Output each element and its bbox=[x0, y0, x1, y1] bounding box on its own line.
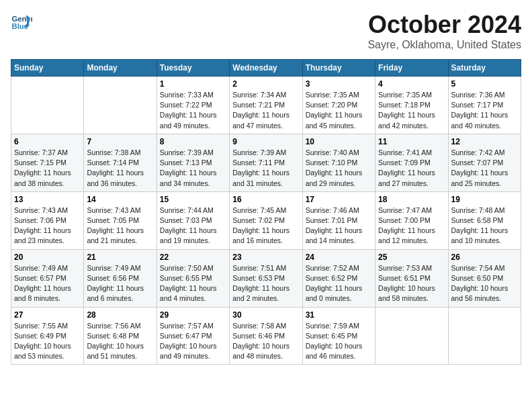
week-row-3: 13Sunrise: 7:43 AM Sunset: 7:06 PM Dayli… bbox=[11, 191, 521, 249]
day-number: 20 bbox=[14, 253, 81, 262]
weekday-header-monday: Monday bbox=[84, 60, 157, 77]
calendar-cell: 29Sunrise: 7:57 AM Sunset: 6:47 PM Dayli… bbox=[157, 307, 229, 365]
day-info: Sunrise: 7:33 AM Sunset: 7:22 PM Dayligh… bbox=[160, 90, 226, 131]
calendar-cell: 19Sunrise: 7:48 AM Sunset: 6:58 PM Dayli… bbox=[448, 191, 521, 249]
day-info: Sunrise: 7:45 AM Sunset: 7:02 PM Dayligh… bbox=[232, 205, 299, 246]
calendar-cell bbox=[84, 77, 157, 134]
day-info: Sunrise: 7:48 AM Sunset: 6:58 PM Dayligh… bbox=[451, 205, 518, 246]
day-info: Sunrise: 7:49 AM Sunset: 6:56 PM Dayligh… bbox=[87, 263, 153, 304]
day-info: Sunrise: 7:50 AM Sunset: 6:55 PM Dayligh… bbox=[160, 263, 226, 304]
day-info: Sunrise: 7:47 AM Sunset: 7:00 PM Dayligh… bbox=[378, 205, 445, 246]
calendar-cell: 17Sunrise: 7:46 AM Sunset: 7:01 PM Dayli… bbox=[302, 191, 375, 249]
day-number: 3 bbox=[306, 79, 372, 89]
calendar-cell: 22Sunrise: 7:50 AM Sunset: 6:55 PM Dayli… bbox=[157, 249, 229, 307]
day-info: Sunrise: 7:44 AM Sunset: 7:03 PM Dayligh… bbox=[160, 205, 226, 246]
day-info: Sunrise: 7:52 AM Sunset: 6:52 PM Dayligh… bbox=[306, 263, 372, 304]
calendar-cell: 21Sunrise: 7:49 AM Sunset: 6:56 PM Dayli… bbox=[84, 249, 157, 307]
calendar-cell: 11Sunrise: 7:41 AM Sunset: 7:09 PM Dayli… bbox=[375, 134, 448, 191]
day-number: 19 bbox=[451, 195, 518, 204]
calendar-cell: 14Sunrise: 7:43 AM Sunset: 7:05 PM Dayli… bbox=[84, 191, 157, 249]
day-info: Sunrise: 7:35 AM Sunset: 7:18 PM Dayligh… bbox=[378, 90, 445, 131]
day-number: 28 bbox=[87, 310, 153, 320]
calendar-cell bbox=[448, 307, 521, 365]
logo: General Blue bbox=[11, 11, 32, 32]
calendar-cell: 5Sunrise: 7:36 AM Sunset: 7:17 PM Daylig… bbox=[448, 77, 521, 134]
day-info: Sunrise: 7:39 AM Sunset: 7:11 PM Dayligh… bbox=[232, 148, 299, 189]
week-row-1: 1Sunrise: 7:33 AM Sunset: 7:22 PM Daylig… bbox=[11, 77, 521, 134]
day-info: Sunrise: 7:39 AM Sunset: 7:13 PM Dayligh… bbox=[160, 148, 226, 189]
logo-icon: General Blue bbox=[11, 11, 32, 32]
day-info: Sunrise: 7:42 AM Sunset: 7:07 PM Dayligh… bbox=[451, 148, 518, 189]
day-number: 1 bbox=[160, 79, 226, 89]
calendar-cell: 31Sunrise: 7:59 AM Sunset: 6:45 PM Dayli… bbox=[302, 307, 375, 365]
calendar-cell: 1Sunrise: 7:33 AM Sunset: 7:22 PM Daylig… bbox=[157, 77, 229, 134]
day-number: 22 bbox=[160, 253, 226, 262]
calendar-cell: 12Sunrise: 7:42 AM Sunset: 7:07 PM Dayli… bbox=[448, 134, 521, 191]
day-info: Sunrise: 7:35 AM Sunset: 7:20 PM Dayligh… bbox=[306, 90, 372, 131]
day-info: Sunrise: 7:59 AM Sunset: 6:45 PM Dayligh… bbox=[306, 321, 372, 362]
day-number: 29 bbox=[160, 310, 226, 320]
calendar-cell: 24Sunrise: 7:52 AM Sunset: 6:52 PM Dayli… bbox=[302, 249, 375, 307]
calendar-cell: 6Sunrise: 7:37 AM Sunset: 7:15 PM Daylig… bbox=[11, 134, 84, 191]
day-number: 25 bbox=[378, 253, 445, 262]
calendar-cell: 3Sunrise: 7:35 AM Sunset: 7:20 PM Daylig… bbox=[302, 77, 375, 134]
calendar-cell: 20Sunrise: 7:49 AM Sunset: 6:57 PM Dayli… bbox=[11, 249, 84, 307]
day-info: Sunrise: 7:56 AM Sunset: 6:48 PM Dayligh… bbox=[87, 321, 153, 362]
day-info: Sunrise: 7:54 AM Sunset: 6:50 PM Dayligh… bbox=[451, 263, 518, 304]
day-number: 8 bbox=[160, 137, 226, 146]
calendar-table: SundayMondayTuesdayWednesdayThursdayFrid… bbox=[11, 59, 521, 365]
day-number: 4 bbox=[378, 79, 445, 89]
calendar-cell: 16Sunrise: 7:45 AM Sunset: 7:02 PM Dayli… bbox=[230, 191, 302, 249]
week-row-4: 20Sunrise: 7:49 AM Sunset: 6:57 PM Dayli… bbox=[11, 249, 521, 307]
day-number: 12 bbox=[451, 137, 518, 146]
day-info: Sunrise: 7:53 AM Sunset: 6:51 PM Dayligh… bbox=[378, 263, 445, 304]
day-number: 16 bbox=[232, 195, 299, 204]
day-info: Sunrise: 7:51 AM Sunset: 6:53 PM Dayligh… bbox=[232, 263, 299, 304]
day-number: 13 bbox=[14, 195, 81, 204]
day-number: 17 bbox=[306, 195, 372, 204]
weekday-header-tuesday: Tuesday bbox=[157, 60, 229, 77]
day-number: 9 bbox=[232, 137, 299, 146]
calendar-cell: 23Sunrise: 7:51 AM Sunset: 6:53 PM Dayli… bbox=[230, 249, 302, 307]
calendar-cell: 10Sunrise: 7:40 AM Sunset: 7:10 PM Dayli… bbox=[302, 134, 375, 191]
day-info: Sunrise: 7:49 AM Sunset: 6:57 PM Dayligh… bbox=[14, 263, 81, 304]
day-number: 10 bbox=[306, 137, 372, 146]
day-number: 27 bbox=[14, 310, 81, 320]
day-info: Sunrise: 7:58 AM Sunset: 6:46 PM Dayligh… bbox=[232, 321, 299, 362]
day-number: 23 bbox=[232, 253, 299, 262]
calendar-cell: 2Sunrise: 7:34 AM Sunset: 7:21 PM Daylig… bbox=[230, 77, 302, 134]
day-number: 15 bbox=[160, 195, 226, 204]
day-number: 2 bbox=[232, 79, 299, 89]
calendar-cell: 25Sunrise: 7:53 AM Sunset: 6:51 PM Dayli… bbox=[375, 249, 448, 307]
calendar-cell: 28Sunrise: 7:56 AM Sunset: 6:48 PM Dayli… bbox=[84, 307, 157, 365]
weekday-header-thursday: Thursday bbox=[302, 60, 375, 77]
day-info: Sunrise: 7:37 AM Sunset: 7:15 PM Dayligh… bbox=[14, 148, 81, 189]
weekday-header-friday: Friday bbox=[375, 60, 448, 77]
calendar-cell: 18Sunrise: 7:47 AM Sunset: 7:00 PM Dayli… bbox=[375, 191, 448, 249]
calendar-cell: 26Sunrise: 7:54 AM Sunset: 6:50 PM Dayli… bbox=[448, 249, 521, 307]
title-block: October 2024 Sayre, Oklahoma, United Sta… bbox=[367, 11, 521, 51]
week-row-5: 27Sunrise: 7:55 AM Sunset: 6:49 PM Dayli… bbox=[11, 307, 521, 365]
svg-text:General: General bbox=[12, 15, 32, 23]
day-number: 24 bbox=[306, 253, 372, 262]
day-number: 11 bbox=[378, 137, 445, 146]
day-number: 21 bbox=[87, 253, 153, 262]
day-info: Sunrise: 7:55 AM Sunset: 6:49 PM Dayligh… bbox=[14, 321, 81, 362]
day-info: Sunrise: 7:57 AM Sunset: 6:47 PM Dayligh… bbox=[160, 321, 226, 362]
week-row-2: 6Sunrise: 7:37 AM Sunset: 7:15 PM Daylig… bbox=[11, 134, 521, 191]
calendar-cell bbox=[11, 77, 84, 134]
calendar-cell: 7Sunrise: 7:38 AM Sunset: 7:14 PM Daylig… bbox=[84, 134, 157, 191]
day-info: Sunrise: 7:36 AM Sunset: 7:17 PM Dayligh… bbox=[451, 90, 518, 131]
calendar-cell: 8Sunrise: 7:39 AM Sunset: 7:13 PM Daylig… bbox=[157, 134, 229, 191]
day-number: 30 bbox=[232, 310, 299, 320]
day-info: Sunrise: 7:43 AM Sunset: 7:05 PM Dayligh… bbox=[87, 205, 153, 246]
day-number: 7 bbox=[87, 137, 153, 146]
weekday-header-wednesday: Wednesday bbox=[230, 60, 302, 77]
day-info: Sunrise: 7:46 AM Sunset: 7:01 PM Dayligh… bbox=[306, 205, 372, 246]
calendar-cell bbox=[375, 307, 448, 365]
day-number: 6 bbox=[14, 137, 81, 146]
calendar-cell: 4Sunrise: 7:35 AM Sunset: 7:18 PM Daylig… bbox=[375, 77, 448, 134]
calendar-cell: 13Sunrise: 7:43 AM Sunset: 7:06 PM Dayli… bbox=[11, 191, 84, 249]
weekday-header-sunday: Sunday bbox=[11, 60, 84, 77]
day-number: 18 bbox=[378, 195, 445, 204]
